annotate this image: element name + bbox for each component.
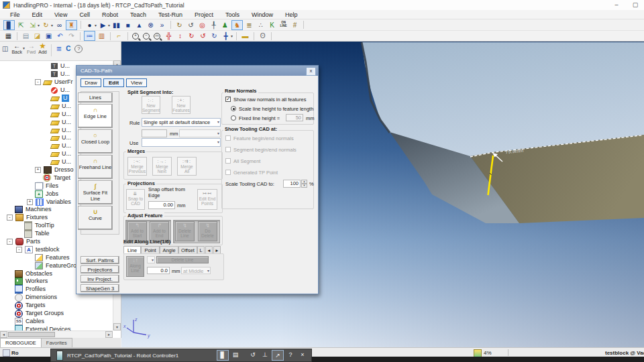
- inv-project-button[interactable]: Inv Project.: [80, 275, 119, 283]
- menu-teach[interactable]: Teach: [124, 10, 152, 19]
- find-icon[interactable]: ∞: [54, 21, 64, 29]
- tree-item-cables[interactable]: Cables: [0, 318, 113, 326]
- scale-tooling-input[interactable]: 100: [283, 180, 301, 188]
- minimize-button[interactable]: –: [609, 1, 624, 9]
- all-segment-checkbox[interactable]: [225, 158, 231, 164]
- move-object-icon[interactable]: ╬: [164, 32, 174, 40]
- segment-normals-checkbox[interactable]: [225, 147, 231, 152]
- world-view-icon-dropdown[interactable]: ▾: [95, 23, 97, 27]
- menu-testrun[interactable]: Test-Run: [152, 10, 189, 19]
- surf-pattrns-button[interactable]: Surf. Pattrns: [80, 256, 119, 264]
- save-icon[interactable]: ▣: [44, 32, 54, 40]
- menu-window[interactable]: Window: [246, 10, 279, 19]
- freehand-line-button[interactable]: ∩Freehand Line: [78, 155, 113, 179]
- jog-move-icon-dropdown[interactable]: ▾: [38, 23, 40, 27]
- refresh-icon[interactable]: C: [66, 45, 70, 53]
- tree-expander-icon[interactable]: -: [16, 247, 22, 253]
- curve-button[interactable]: ∪Curve: [78, 206, 113, 230]
- tab-draw[interactable]: Draw: [80, 78, 101, 87]
- controller-restart-icon[interactable]: ↺: [248, 350, 258, 359]
- generated-tp-checkbox[interactable]: [225, 170, 231, 175]
- pan-icon[interactable]: ╋: [221, 32, 231, 40]
- tree-item-external-devices[interactable]: External Devices: [0, 325, 113, 330]
- pause-icon[interactable]: ▮▮: [111, 21, 121, 29]
- menu-project[interactable]: Project: [189, 10, 219, 19]
- pan-icon-dropdown[interactable]: ▾: [231, 34, 233, 38]
- merge-next-button[interactable]: :→:Merge Next: [152, 157, 172, 176]
- open-icon[interactable]: ◪: [32, 32, 42, 40]
- closed-loop-button[interactable]: ○Closed Loop: [78, 129, 113, 154]
- along-line-combo[interactable]: [147, 256, 155, 263]
- frame-bounds-icon[interactable]: #: [290, 21, 300, 29]
- new-segment-button[interactable]: :∙:New Segment: [142, 96, 160, 114]
- robot-jog-icon[interactable]: ↻: [41, 21, 51, 29]
- tab-edit[interactable]: Edit: [103, 78, 124, 87]
- back-button[interactable]: ← Back: [11, 42, 22, 55]
- world-view-icon[interactable]: ●: [85, 21, 95, 29]
- elevate-object-icon[interactable]: ↕: [175, 32, 185, 40]
- signpost-icon[interactable]: ╀: [209, 21, 219, 29]
- tab-roboguide[interactable]: ROBOGUIDE: [0, 338, 42, 347]
- rotate-x-icon[interactable]: ↻: [186, 32, 197, 40]
- tree-expander-icon[interactable]: +: [35, 167, 41, 173]
- scale-tooling-spinner[interactable]: ▲▼: [301, 180, 307, 188]
- show-raw-normals-checkbox[interactable]: [225, 97, 231, 102]
- scale-line-height-radio[interactable]: [231, 106, 236, 111]
- snap-to-cad-button[interactable]: ⇊Snap to CAD: [126, 189, 145, 210]
- dialog-title-bar[interactable]: CAD-To-Path: [76, 66, 318, 76]
- menu-edit[interactable]: Edit: [26, 10, 49, 19]
- tree-item-target-groups[interactable]: Target Groups: [0, 310, 113, 318]
- new-features-button[interactable]: :+:New Features: [172, 96, 191, 114]
- jog-move-icon[interactable]: ⇲: [28, 21, 38, 29]
- edit-end-points-button[interactable]: ↦↤Edit End Points: [197, 189, 217, 210]
- feature-normals-checkbox[interactable]: [225, 135, 231, 141]
- edge-line-button[interactable]: ∩Edge Line: [78, 104, 113, 128]
- dialog-close-button[interactable]: x: [306, 67, 316, 76]
- mouse-icon[interactable]: ʘ: [258, 32, 268, 40]
- rotate-y-icon[interactable]: ↺: [198, 32, 208, 40]
- profiler-icon[interactable]: ▥: [97, 32, 107, 40]
- menu-file[interactable]: File: [4, 10, 26, 19]
- do-delete-button[interactable]: ↯Do Delete: [198, 221, 217, 241]
- zoom-in-icon[interactable]: +: [132, 33, 139, 40]
- menu-cell[interactable]: Cell: [73, 10, 96, 19]
- robot-controller-bar[interactable]: RTCP_CadToPath_Tutorial - Robot Controll…: [50, 349, 312, 362]
- maximize-button[interactable]: ▢: [628, 1, 643, 9]
- controller-help-icon[interactable]: ?: [285, 350, 296, 359]
- dock-icon[interactable]: ◫: [2, 45, 8, 53]
- tab-view[interactable]: View: [126, 78, 147, 87]
- tree-expander-icon[interactable]: -: [35, 79, 41, 85]
- controller-detach-icon[interactable]: ↗: [272, 350, 284, 361]
- fixed-line-height-radio[interactable]: [231, 115, 236, 121]
- at-middle-combo[interactable]: at Middle: [181, 267, 211, 274]
- cycle-start-icon-dropdown[interactable]: ▾: [108, 23, 110, 27]
- controller-close-icon[interactable]: ×: [297, 350, 308, 359]
- copy-icon[interactable]: ▤: [21, 32, 31, 40]
- delete-line-button[interactable]: ↯Delete Line: [175, 221, 195, 241]
- target-icon[interactable]: ◎: [197, 21, 207, 29]
- help-icon[interactable]: ?: [74, 45, 83, 53]
- split-distance-input[interactable]: [142, 129, 167, 137]
- menu-help[interactable]: Help: [279, 10, 304, 19]
- tree-expander-icon[interactable]: +: [27, 199, 33, 205]
- rotate-z-icon[interactable]: ↻: [209, 32, 219, 40]
- merge-all-button[interactable]: :⇉:Merge All: [177, 157, 197, 176]
- menu-robot[interactable]: Robot: [96, 10, 124, 19]
- edit-delete-line-button[interactable]: Delete Line: [156, 256, 209, 263]
- tree-item-dimensions[interactable]: Dimensions: [0, 294, 113, 302]
- key-icon[interactable]: ⌐: [114, 32, 124, 40]
- use-combo[interactable]: [142, 138, 221, 147]
- cell-grid-icon[interactable]: ▦: [3, 32, 13, 40]
- along-line-value-input[interactable]: 0.0: [147, 267, 170, 274]
- zoom-window-icon[interactable]: ▭: [154, 33, 160, 40]
- lines-button[interactable]: Lines: [78, 93, 113, 103]
- shapegen-button[interactable]: ShapeGen 3: [80, 284, 119, 292]
- cell-browser-icon[interactable]: ≔: [84, 31, 95, 41]
- worker-icon[interactable]: ♟: [220, 21, 230, 29]
- step-icon[interactable]: »: [157, 21, 167, 29]
- along-line-button[interactable]: ↓↑Along Line: [126, 256, 144, 277]
- tab-favorites[interactable]: Favorites: [42, 338, 72, 347]
- turn-180-icon[interactable]: ↻: [174, 21, 184, 29]
- menu-tools[interactable]: Tools: [219, 10, 246, 19]
- measure-icon[interactable]: ▬: [240, 32, 250, 40]
